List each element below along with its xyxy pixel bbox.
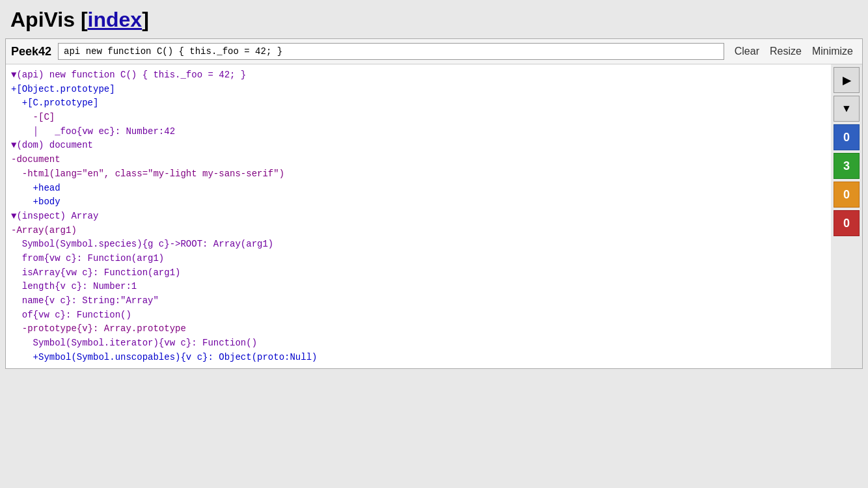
tree-line: +[Object.prototype] (11, 83, 826, 97)
peek-panel: Peek42 Clear Resize Minimize ▼(api) new … (5, 38, 863, 369)
tree-line: │ _foo{vw ec}: Number:42 (11, 125, 826, 139)
tree-line: -Array(arg1) (11, 224, 826, 238)
side-button-5[interactable]: 0 (834, 210, 860, 236)
tree-line: of{vw c}: Function() (11, 308, 826, 323)
tree-line: ▼(api) new function C() { this._foo = 42… (11, 68, 826, 83)
tree-line: Symbol(Symbol.species){g c}->ROOT: Array… (11, 237, 826, 252)
peek-content: ▼(api) new function C() { this._foo = 42… (6, 64, 831, 368)
peek-input[interactable] (58, 43, 724, 60)
page-title: ApiVis [index] (0, 0, 868, 38)
side-button-2[interactable]: 0 (834, 124, 860, 150)
peek-header: Peek42 Clear Resize Minimize (6, 39, 862, 64)
tree-line: -[C] (11, 111, 826, 125)
tree-line: -prototype{v}: Array.prototype (11, 322, 826, 336)
minimize-button[interactable]: Minimize (808, 44, 857, 59)
tree-line: +head (11, 182, 826, 196)
tree-line: +Symbol(Symbol.unscopables){v c}: Object… (11, 351, 826, 365)
tree-line: -document (11, 153, 826, 167)
side-buttons: ▶▼0300 (831, 64, 862, 368)
tree-line: +[C.prototype] (11, 96, 826, 111)
index-link[interactable]: index (88, 8, 142, 31)
side-button-1[interactable]: ▼ (834, 96, 860, 122)
tree-line: +body (11, 195, 826, 210)
tree-line: -html(lang="en", class="my-light my-sans… (11, 167, 826, 182)
tree-line: from{vw c}: Function(arg1) (11, 252, 826, 266)
tree-line: length{v c}: Number:1 (11, 280, 826, 294)
tree-line: name{v c}: String:"Array" (11, 294, 826, 308)
tree-line: Symbol(Symbol.iterator){vw c}: Function(… (11, 336, 826, 351)
side-button-3[interactable]: 3 (834, 153, 860, 179)
tree-line: ▼(dom) document (11, 139, 826, 153)
tree-line: isArray{vw c}: Function(arg1) (11, 266, 826, 280)
side-button-4[interactable]: 0 (834, 182, 860, 208)
resize-button[interactable]: Resize (766, 44, 806, 59)
clear-button[interactable]: Clear (731, 44, 763, 59)
header-buttons: Clear Resize Minimize (731, 44, 857, 59)
side-button-0[interactable]: ▶ (834, 67, 860, 93)
peek-body: ▼(api) new function C() { this._foo = 42… (6, 64, 862, 368)
peek-label: Peek42 (11, 45, 51, 59)
tree-line: ▼(inspect) Array (11, 210, 826, 224)
